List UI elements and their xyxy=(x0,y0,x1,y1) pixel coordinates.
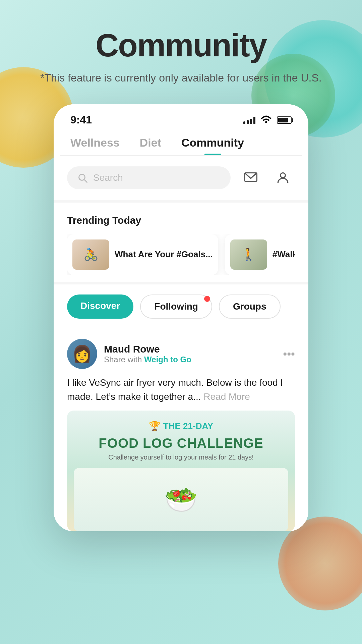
status-icons xyxy=(243,114,292,126)
tab-wellness[interactable]: Wellness xyxy=(70,136,120,155)
trending-card-text-2: #Walking xyxy=(273,249,295,260)
challenge-badge: 🏆 THE 21-DAY xyxy=(149,421,213,432)
cycling-image xyxy=(72,239,109,270)
more-options-button[interactable]: ••• xyxy=(283,347,295,361)
feed-tab-discover[interactable]: Discover xyxy=(67,294,133,319)
messages-icon xyxy=(243,170,258,185)
signal-bar-3 xyxy=(250,119,252,124)
signal-bar-2 xyxy=(247,120,249,124)
page-content: Community *This feature is currently onl… xyxy=(0,0,362,531)
feed-tab-following[interactable]: Following xyxy=(140,294,212,319)
trending-cards: What Are Your #Goals... #Walking xyxy=(67,234,295,275)
trending-card-2[interactable]: #Walking xyxy=(225,234,295,275)
profile-icon xyxy=(276,170,290,185)
tab-diet[interactable]: Diet xyxy=(140,136,161,155)
phone-mockup: 9:41 Wel xyxy=(54,104,308,531)
feed-tabs-section: Discover Following Groups xyxy=(54,284,308,329)
trending-section: Trending Today What Are Your #Goals... #… xyxy=(54,203,308,282)
post-header: Maud Rowe Share with Weigh to Go ••• xyxy=(67,339,295,369)
trending-card-img-2 xyxy=(230,239,267,270)
messages-button[interactable] xyxy=(239,166,263,190)
post-text: I like VeSync air fryer very much. Below… xyxy=(67,376,295,404)
read-more-button[interactable]: Read More xyxy=(203,391,250,402)
search-icon xyxy=(76,172,88,184)
challenge-title: FOOD LOG CHALLENGE xyxy=(99,436,263,451)
post-image: 🏆 THE 21-DAY FOOD LOG CHALLENGE Challeng… xyxy=(67,411,295,531)
section-divider xyxy=(54,200,308,203)
search-section: Search xyxy=(54,156,308,200)
signal-bars-icon xyxy=(243,116,255,124)
trending-title: Trending Today xyxy=(67,215,295,226)
trending-card-img-1 xyxy=(72,239,109,270)
post-card: Maud Rowe Share with Weigh to Go ••• I l… xyxy=(54,329,308,531)
trending-card-text-1: What Are Your #Goals... xyxy=(115,249,213,260)
challenge-days: THE 21-DAY xyxy=(163,421,213,431)
search-bar[interactable]: Search xyxy=(67,166,231,189)
svg-point-1 xyxy=(281,173,286,178)
feed-tab-groups[interactable]: Groups xyxy=(219,294,281,319)
walking-image xyxy=(230,239,267,270)
status-time: 9:41 xyxy=(70,114,92,126)
signal-bar-1 xyxy=(243,121,245,124)
post-username: Maud Rowe xyxy=(104,343,191,355)
battery-icon xyxy=(277,116,292,124)
tab-community[interactable]: Community xyxy=(181,136,244,155)
nav-tabs: Wellness Diet Community xyxy=(54,129,308,155)
search-placeholder: Search xyxy=(93,172,123,183)
trending-card-1[interactable]: What Are Your #Goals... xyxy=(67,234,218,275)
wifi-icon xyxy=(260,114,272,126)
challenge-subtitle: Challenge yourself to log your meals for… xyxy=(108,453,254,461)
avatar xyxy=(67,339,97,369)
page-title: Community xyxy=(96,27,266,64)
post-user: Maud Rowe Share with Weigh to Go xyxy=(67,339,191,369)
post-share-label: Share with Weigh to Go xyxy=(104,355,191,364)
status-bar: 9:41 xyxy=(54,104,308,129)
profile-button[interactable] xyxy=(271,166,295,190)
food-illustration: 🥗 xyxy=(74,468,288,531)
following-notification-dot xyxy=(204,296,210,302)
page-subtitle: *This feature is currently only availabl… xyxy=(13,72,348,84)
post-user-info: Maud Rowe Share with Weigh to Go xyxy=(104,343,191,364)
signal-bar-4 xyxy=(253,117,255,124)
section-divider-2 xyxy=(54,282,308,284)
challenge-icon: 🏆 xyxy=(149,421,161,432)
battery-fill xyxy=(278,118,288,122)
post-share-link[interactable]: Weigh to Go xyxy=(144,355,191,364)
